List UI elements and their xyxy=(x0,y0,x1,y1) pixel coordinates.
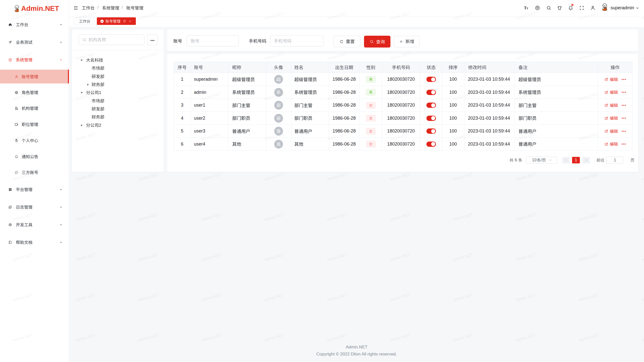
svg-text:1: 1 xyxy=(99,90,101,95)
svg-text:T: T xyxy=(527,7,528,10)
svg-text:2: 2 xyxy=(99,123,101,127)
